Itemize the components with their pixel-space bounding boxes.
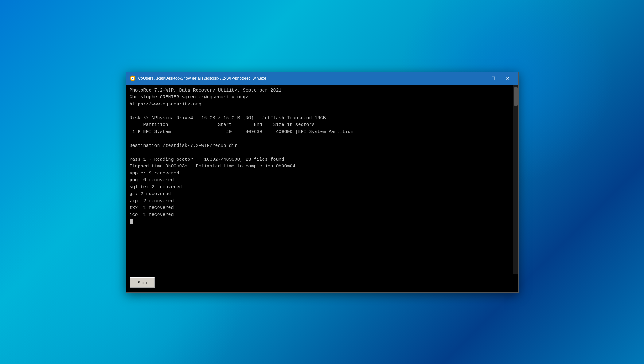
terminal-line: 1 P EFI System 40 409639 409600 [EFI Sys… — [130, 129, 515, 136]
title-bar-controls: — ☐ ✕ — [472, 73, 515, 83]
terminal-output: PhotoRec 7.2-WIP, Data Recovery Utility,… — [126, 85, 518, 274]
close-button[interactable]: ✕ — [501, 73, 515, 83]
terminal-line: gz: 2 recovered — [130, 191, 515, 198]
terminal-line — [130, 149, 515, 156]
terminal-line: Pass 1 - Reading sector 163927/409600, 2… — [130, 156, 515, 163]
cursor-line — [130, 218, 515, 225]
scrollbar[interactable] — [513, 85, 518, 274]
terminal-line: https://www.cgsecurity.org — [130, 101, 515, 108]
svg-point-2 — [132, 78, 133, 79]
maximize-button[interactable]: ☐ — [486, 73, 501, 83]
terminal-line: ico: 1 recovered — [130, 212, 515, 219]
terminal-line — [130, 108, 515, 115]
terminal-line: zip: 2 recovered — [130, 198, 515, 205]
scrollbar-thumb[interactable] — [514, 87, 518, 106]
terminal-line: Partition Start End Size in sectors — [130, 122, 515, 129]
terminal-line — [130, 135, 515, 143]
terminal-line: apple: 9 recovered — [130, 170, 515, 177]
window-body: PhotoRec 7.2-WIP, Data Recovery Utility,… — [126, 85, 518, 292]
button-area: Stop — [126, 274, 518, 292]
terminal-line: PhotoRec 7.2-WIP, Data Recovery Utility,… — [130, 87, 515, 94]
minimize-button[interactable]: — — [472, 73, 486, 83]
terminal-line: Destination /testdisk-7.2-WIP/recup_dir — [130, 143, 515, 150]
terminal-line: sqlite: 2 recovered — [130, 184, 515, 191]
stop-button[interactable]: Stop — [130, 277, 155, 288]
app-icon — [130, 75, 136, 81]
terminal-line: Elapsed time 0h00m03s - Estimated time t… — [130, 163, 515, 170]
terminal-line: tx?: 1 recovered — [130, 205, 515, 212]
title-bar-text: C:\Users\lukas\Desktop\Show details\test… — [138, 76, 472, 80]
title-bar: C:\Users\lukas\Desktop\Show details\test… — [126, 72, 518, 85]
photorec-window: C:\Users\lukas\Desktop\Show details\test… — [126, 72, 519, 293]
terminal-cursor — [130, 219, 133, 224]
terminal-line: Christophe GRENIER <grenier@cgsecurity.o… — [130, 94, 515, 101]
terminal-line: Disk \\.\PhysicalDrive4 - 16 GB / 15 GiB… — [130, 115, 515, 122]
terminal-line: png: 6 recovered — [130, 177, 515, 184]
